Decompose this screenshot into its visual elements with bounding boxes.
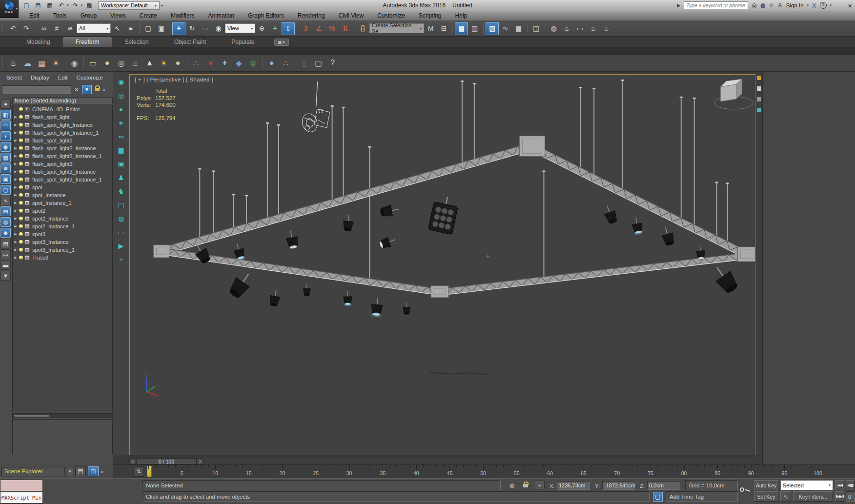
go-to-start-button[interactable]: |◀◀ (835, 480, 844, 490)
time-slider-value[interactable]: 0 / 100 (136, 458, 197, 464)
visibility-bulb-icon[interactable] (19, 123, 23, 127)
scene-object-row[interactable]: ▶spot (13, 183, 112, 191)
redo-button[interactable]: ↷ (20, 22, 33, 35)
menu-customize[interactable]: Customize (370, 11, 412, 20)
chevron-down-icon[interactable]: ▼ (67, 467, 73, 476)
visibility-bulb-icon[interactable] (19, 107, 23, 111)
scene-object-row[interactable]: ▶spot2_Instance_1 (13, 222, 112, 230)
explorer-menu-display[interactable]: Display (26, 75, 54, 81)
object-name-label[interactable]: spot_Instance_1 (32, 200, 72, 206)
plane-icon[interactable]: ▭ (86, 56, 100, 70)
named-selection-sets-dropdown[interactable]: Create Selection Se▾ (369, 23, 424, 33)
add-time-tag[interactable]: Add Time Tag (666, 491, 738, 502)
light-panel-icon[interactable]: ☀ (49, 56, 63, 70)
expand-arrow-icon[interactable]: ▶ (13, 123, 19, 127)
bind-to-spacewarp-button[interactable]: ≋ (63, 22, 77, 35)
play-icon[interactable]: ▶ (116, 241, 126, 251)
red-frame-icon[interactable]: ▯ (297, 56, 311, 70)
visibility-bulb-icon[interactable] (19, 256, 23, 260)
scene-explorer-search-input[interactable] (2, 85, 71, 94)
expand-arrow-icon[interactable]: ▶ (13, 209, 19, 213)
expand-arrow-icon[interactable]: ▶ (13, 154, 19, 158)
display-plugins-icon[interactable]: ◆ (0, 228, 11, 238)
cone-icon[interactable]: ▲ (142, 56, 157, 70)
display-cameras-icon[interactable]: ◉ (0, 142, 11, 152)
object-name-label[interactable]: flash_spot_light2 (32, 138, 73, 143)
next-frame-button[interactable]: > (197, 458, 204, 464)
egg-icon[interactable]: ● (171, 56, 185, 70)
butterfly-icon[interactable]: ∾ (116, 131, 126, 141)
isolate-selection-icon[interactable]: ◍ (508, 482, 516, 489)
scene-object-row[interactable]: ▶flash_spot_light3_Instance_1 (13, 176, 112, 183)
object-name-label[interactable]: flash_spot_light3_Instance_1 (32, 177, 102, 182)
object-name-label[interactable]: flash_spot_light3_Instance (32, 169, 96, 175)
z-coordinate-field[interactable]: 0,0cm (647, 481, 680, 490)
ribbon-tab-modeling[interactable]: Modeling (14, 37, 63, 47)
keyword-search-input[interactable] (684, 1, 748, 9)
select-by-name-button[interactable]: ≡ (124, 22, 137, 35)
default-tangent-button[interactable]: ∿ (780, 491, 791, 502)
explorer-menu-select[interactable]: Select (2, 75, 26, 81)
unlink-selection-button[interactable]: ≠ (50, 22, 63, 35)
visibility-bulb-icon[interactable] (19, 178, 23, 181)
expand-arrow-icon[interactable]: ▶ (13, 162, 19, 166)
display-materials-icon[interactable]: ◍ (0, 217, 11, 227)
display-spacewarps-icon[interactable]: ≋ (0, 163, 11, 173)
object-name-label[interactable]: spot2 (32, 208, 45, 214)
expand-arrow-icon[interactable]: ▶ (13, 170, 19, 174)
redo-button[interactable]: ↷ (71, 1, 81, 10)
viewport-canvas[interactable]: z (130, 75, 755, 455)
clear-search-icon[interactable]: ✕ (73, 86, 81, 93)
search-flyout-icon[interactable]: ▶ (677, 3, 680, 8)
scene-object-row[interactable]: ▶spot_Instance (13, 191, 112, 199)
object-name-label[interactable]: spot (32, 184, 42, 190)
camera-a-icon[interactable]: ◉ (116, 77, 126, 87)
render-setup-button[interactable]: ♨ (560, 22, 573, 35)
menu-group[interactable]: Group (74, 11, 103, 20)
y-coordinate-field[interactable]: -1872,641cm (602, 481, 635, 490)
torus-icon[interactable]: ◎ (114, 56, 128, 70)
explorer-name-box[interactable]: Scene Explorer (1, 467, 65, 476)
display-groups-icon[interactable]: ▣ (0, 174, 11, 184)
ribbon-tab-object-paint[interactable]: Object Paint (162, 37, 219, 47)
workspace-dropdown[interactable]: Workspace: Default ▾ (98, 1, 160, 10)
lock-icon[interactable] (93, 85, 101, 94)
object-name-label[interactable]: flash_spot_light3 (32, 161, 73, 167)
dope-sheet-button[interactable]: ▦ (512, 22, 525, 35)
select-and-link-button[interactable]: ∞ (37, 22, 50, 35)
explorer-menu-edit[interactable]: Edit (54, 75, 72, 81)
application-menu-button[interactable]: MAX ▾ (0, 0, 19, 18)
selection-lock-icon[interactable] (521, 482, 530, 489)
maxscript-mini-listener[interactable]: MAXScript Min (0, 492, 43, 504)
display-xrefs-icon[interactable]: ▢ (0, 185, 11, 195)
scene-object-row[interactable]: ▶spot3 (13, 230, 112, 238)
camera-icon[interactable]: ◉ (67, 56, 81, 70)
object-name-label[interactable]: flash_spot_light2_Instance_1 (32, 153, 102, 159)
expand-arrow-icon[interactable]: ▶ (13, 185, 19, 189)
project-toggle-button[interactable]: ▩ (84, 1, 94, 10)
command-panel-collapsed-strip[interactable] (755, 72, 763, 478)
menu-create[interactable]: Create (133, 11, 164, 20)
filter-icon[interactable]: ▼ (82, 85, 92, 94)
open-file-button[interactable]: ▤ (33, 1, 43, 10)
scene-object-row[interactable]: ▶spot_Instance_1 (13, 199, 112, 207)
visibility-bulb-icon[interactable] (19, 154, 23, 158)
expand-arrow-icon[interactable]: ▶ (13, 248, 19, 252)
visibility-bulb-icon[interactable] (19, 217, 23, 221)
snaps-toggle-3d-button[interactable]: 3 (299, 22, 312, 35)
help-icon[interactable]: ? (820, 2, 827, 9)
scene-object-row[interactable]: ▶flash_spot_light2_Instance_1 (13, 152, 112, 160)
object-name-label[interactable]: flash_spot_light_Instance (32, 122, 93, 128)
render-production-button[interactable]: ♨ (587, 22, 600, 35)
visibility-bulb-icon[interactable] (19, 115, 23, 119)
visibility-bulb-icon[interactable] (19, 240, 23, 244)
display-containers-icon[interactable]: ▤ (0, 206, 11, 216)
camera-b-icon[interactable]: ◎ (116, 90, 126, 101)
ribbon-tab-selection[interactable]: Selection (112, 37, 161, 47)
undo-history-icon[interactable]: ▾ (67, 3, 69, 7)
menu-edit[interactable]: Edit (22, 11, 46, 20)
expand-arrow-icon[interactable]: ▶ (13, 193, 19, 197)
scene-object-row[interactable]: ▶flash_spot_light2 (13, 137, 112, 144)
create-tab-icon[interactable] (757, 76, 761, 80)
transform-gizmo-icon[interactable]: + (218, 56, 232, 70)
